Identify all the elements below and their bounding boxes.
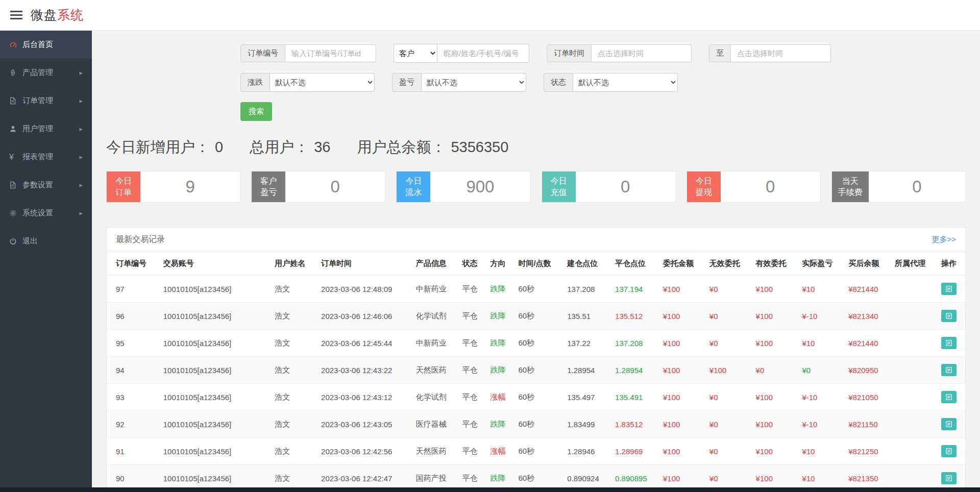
order-detail-button[interactable] <box>941 472 957 484</box>
cell-duration: 60秒 <box>514 411 563 438</box>
stat-total-balance: 用户总余额：5356350 <box>357 137 508 158</box>
stat-card-label: 今日提现 <box>687 171 721 202</box>
sidebar-item-logout[interactable]: 退出 <box>0 227 92 255</box>
order-detail-button[interactable] <box>941 283 957 295</box>
profit-select[interactable]: 默认不选 <box>422 73 526 92</box>
order-no-input[interactable] <box>285 44 376 62</box>
cell-name: 浩文 <box>271 330 317 357</box>
order-detail-button[interactable] <box>941 364 957 376</box>
cell-duration: 60秒 <box>514 357 563 384</box>
cell-open: 135.497 <box>563 384 611 411</box>
sidebar-item-label: 后台首页 <box>22 40 53 50</box>
order-detail-button[interactable] <box>941 445 957 457</box>
cell-id: 94 <box>107 357 159 384</box>
customer-filter: 客户 <box>394 44 529 63</box>
table-head: 订单编号交易账号用户姓名订单时间产品信息状态方向时间/点数建仓点位平仓点位委托金… <box>107 252 965 276</box>
cell-invalid: ¥0 <box>705 438 752 465</box>
time-to-input[interactable] <box>731 44 831 62</box>
column-header: 时间/点数 <box>514 252 563 276</box>
sidebar-item-dashboard[interactable]: 后台首页 <box>0 31 92 59</box>
column-header: 操作 <box>937 252 965 276</box>
sidebar-item-system[interactable]: 系统设置▸ <box>0 199 92 227</box>
sidebar-item-users[interactable]: 用户管理▸ <box>0 115 92 143</box>
cell-amount: ¥100 <box>659 411 705 438</box>
cell-account: 10010105[a123456] <box>159 357 271 384</box>
cell-name: 浩文 <box>271 411 317 438</box>
order-detail-button[interactable] <box>941 310 957 322</box>
cell-close: 135.512 <box>611 303 659 330</box>
table-row: 9410010105[a123456]浩文2023-03-06 12:43:22… <box>107 357 965 384</box>
sidebar-item-orders[interactable]: 订单管理▸ <box>0 87 92 115</box>
cell-action <box>937 357 965 384</box>
search-button[interactable]: 搜索 <box>240 102 272 121</box>
stat-card-value: 900 <box>430 171 530 202</box>
filter-form: 订单编号 客户 订单时间 至 涨跌 默 <box>106 31 966 121</box>
cell-name: 浩文 <box>271 384 317 411</box>
table-row: 9110010105[a123456]浩文2023-03-06 12:42:56… <box>107 438 965 465</box>
cell-valid: ¥100 <box>752 438 798 465</box>
cell-valid: ¥100 <box>752 411 798 438</box>
cell-valid: ¥0 <box>752 357 798 384</box>
sidebar-item-label: 退出 <box>22 236 38 246</box>
stat-card-today-withdraw: 今日提现0 <box>687 171 821 203</box>
chevron-right-icon: ▸ <box>79 69 83 77</box>
column-header: 实际盈亏 <box>798 252 844 276</box>
cell-time: 2023-03-06 12:45:44 <box>317 330 412 357</box>
cell-time: 2023-03-06 12:48:09 <box>317 276 412 303</box>
stat-cards: 今日订单9客户盈亏0今日流水900今日充值0今日提现0当天手续费0 <box>106 171 966 203</box>
cell-profit: ¥0 <box>798 357 844 384</box>
column-header: 建仓点位 <box>563 252 611 276</box>
stat-value: 36 <box>314 139 330 155</box>
customer-type-select[interactable]: 客户 <box>394 44 437 63</box>
cell-open: 137.208 <box>563 276 611 303</box>
cell-product: 天然医药 <box>412 438 458 465</box>
bitcoin-icon <box>9 69 22 77</box>
order-detail-button[interactable] <box>941 391 957 403</box>
sidebar-item-products[interactable]: 产品管理▸ <box>0 59 92 87</box>
summary-stats: 今日新增用户：0 总用户：36 用户总余额：5356350 <box>106 137 966 158</box>
cell-open: 135.51 <box>563 303 611 330</box>
cell-time: 2023-03-06 12:43:05 <box>317 411 412 438</box>
trades-table: 订单编号交易账号用户姓名订单时间产品信息状态方向时间/点数建仓点位平仓点位委托金… <box>107 252 965 492</box>
stat-card-customer-pnl: 客户盈亏0 <box>251 171 385 203</box>
more-link[interactable]: 更多>> <box>932 235 956 244</box>
cell-status: 平仓 <box>458 330 486 357</box>
order-detail-button[interactable] <box>941 418 957 430</box>
updown-select[interactable]: 默认不选 <box>270 73 375 92</box>
cell-product: 天然医药 <box>412 357 458 384</box>
cell-product: 中新药业 <box>412 330 458 357</box>
cell-status: 平仓 <box>458 357 486 384</box>
cell-amount: ¥100 <box>659 438 705 465</box>
sidebar-item-label: 订单管理 <box>22 96 53 106</box>
order-detail-button[interactable] <box>941 337 957 349</box>
customer-input[interactable] <box>437 44 529 63</box>
cell-valid: ¥100 <box>752 384 798 411</box>
order-time-label: 订单时间 <box>547 44 592 62</box>
cell-product: 化学试剂 <box>412 303 458 330</box>
dashboard-icon <box>9 41 22 49</box>
menu-toggle-icon[interactable] <box>10 11 22 19</box>
sidebar-item-label: 报表管理 <box>22 152 53 162</box>
cell-balance: ¥821440 <box>844 276 891 303</box>
sidebar-item-reports[interactable]: ¥报表管理▸ <box>0 143 92 171</box>
panel-header: 最新交易记录 更多>> <box>107 228 965 252</box>
sidebar-item-label: 参数设置 <box>22 180 53 190</box>
cell-profit: ¥10 <box>798 276 844 303</box>
stat-card-value: 0 <box>721 171 820 202</box>
cell-action <box>937 438 965 465</box>
time-from-input[interactable] <box>592 44 692 62</box>
brand-logo[interactable]: 微盘系统 <box>31 7 84 23</box>
cell-action <box>937 330 965 357</box>
cell-amount: ¥100 <box>659 330 705 357</box>
cell-invalid: ¥0 <box>705 303 752 330</box>
profit-filter: 盈亏 默认不选 <box>392 73 526 92</box>
cell-action <box>937 384 965 411</box>
stat-card-today-fees: 当天手续费0 <box>831 171 966 203</box>
cell-close: 137.194 <box>611 276 659 303</box>
cell-account: 10010105[a123456] <box>159 411 271 438</box>
sidebar-item-params[interactable]: 参数设置▸ <box>0 171 92 199</box>
table-row: 9710010105[a123456]浩文2023-03-06 12:48:09… <box>107 276 965 303</box>
column-header: 方向 <box>486 252 514 276</box>
chevron-right-icon: ▸ <box>79 181 83 189</box>
status-select[interactable]: 默认不选 <box>573 73 678 92</box>
